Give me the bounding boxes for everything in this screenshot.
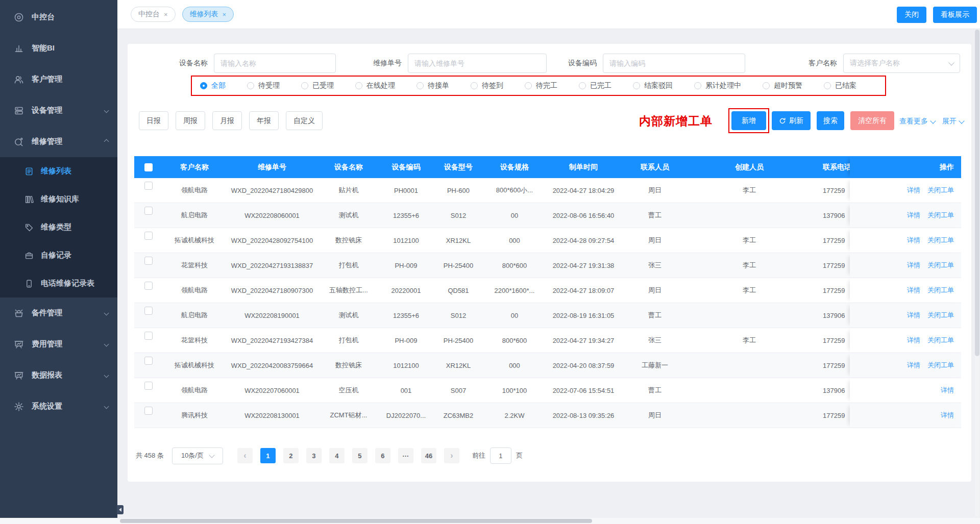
detail-link[interactable]: 详情 xyxy=(907,236,920,245)
status-radio-待签到[interactable]: 待签到 xyxy=(471,81,503,90)
sidebar-item-备件管理[interactable]: 备件管理 xyxy=(0,297,117,329)
row-checkbox[interactable] xyxy=(144,282,153,290)
add-button[interactable]: 新增 xyxy=(731,111,766,130)
horizontal-scrollbar-thumb[interactable] xyxy=(120,519,592,523)
status-radio-已受理[interactable]: 已受理 xyxy=(301,81,334,90)
detail-link[interactable]: 详情 xyxy=(907,336,920,345)
row-checkbox[interactable] xyxy=(144,307,153,315)
close-order-link[interactable]: 关闭工单 xyxy=(927,261,954,270)
close-order-link[interactable]: 关闭工单 xyxy=(927,211,954,220)
status-radio-结案驳回[interactable]: 结案驳回 xyxy=(633,81,673,90)
sidebar-subitem-自修记录[interactable]: 自修记录 xyxy=(0,241,117,269)
report-button-周报[interactable]: 周报 xyxy=(176,111,205,130)
close-tab-icon[interactable]: × xyxy=(164,11,168,18)
status-radio-待受理[interactable]: 待受理 xyxy=(247,81,280,90)
report-button-自定义[interactable]: 自定义 xyxy=(286,111,323,130)
status-radio-待完工[interactable]: 待完工 xyxy=(525,81,557,90)
row-checkbox[interactable] xyxy=(144,182,153,190)
row-checkbox[interactable] xyxy=(144,357,153,365)
row-checkbox[interactable] xyxy=(144,407,153,415)
sidebar-subitem-维修知识库[interactable]: 维修知识库 xyxy=(0,185,117,213)
close-order-link[interactable]: 关闭工单 xyxy=(927,236,954,245)
filter-group-客户名称: 客户名称请选择客户名称 xyxy=(808,54,960,73)
refresh-button[interactable]: 刷新 xyxy=(772,111,811,130)
detail-link[interactable]: 详情 xyxy=(941,386,954,395)
vertical-scrollbar-thumb[interactable] xyxy=(975,30,979,356)
sidebar-subitem-电话维修记录表[interactable]: 电话维修记录表 xyxy=(0,269,117,297)
detail-link[interactable]: 详情 xyxy=(907,261,920,270)
detail-link[interactable]: 详情 xyxy=(907,311,920,320)
search-button[interactable]: 搜索 xyxy=(817,111,844,130)
tab-维修列表[interactable]: 维修列表× xyxy=(182,7,234,22)
page-button-3[interactable]: 3 xyxy=(306,448,322,463)
sidebar-item-设备管理[interactable]: 设备管理 xyxy=(0,95,117,126)
detail-link[interactable]: 详情 xyxy=(941,411,954,420)
status-radio-累计处理中[interactable]: 累计处理中 xyxy=(694,81,741,90)
close-order-link[interactable]: 关闭工单 xyxy=(927,311,954,320)
sidebar-subitem-维修类型[interactable]: 维修类型 xyxy=(0,213,117,241)
close-order-link[interactable]: 关闭工单 xyxy=(927,186,954,195)
pagination: 共 458 条 10条/页 ‹ 123456···46 › 前往 页 xyxy=(136,446,523,465)
sidebar-item-维修管理[interactable]: 维修管理 xyxy=(0,126,117,157)
chevron-down-icon xyxy=(948,60,954,65)
status-radio-超时预警[interactable]: 超时预警 xyxy=(763,81,802,90)
detail-link[interactable]: 详情 xyxy=(907,361,920,370)
page-button-6[interactable]: 6 xyxy=(375,448,390,463)
status-radio-全部[interactable]: 全部 xyxy=(200,81,226,90)
sidebar-item-费用管理[interactable]: 费用管理 xyxy=(0,329,117,360)
close-tab-icon[interactable]: × xyxy=(223,11,227,18)
page-button-46[interactable]: 46 xyxy=(421,448,436,463)
page-size-select[interactable]: 10条/页 xyxy=(172,447,223,464)
row-checkbox-cell xyxy=(134,253,163,278)
expand-link[interactable]: 展开 xyxy=(942,117,964,126)
close-order-link[interactable]: 关闭工单 xyxy=(927,286,954,295)
sidebar-item-系统设置[interactable]: 系统设置 xyxy=(0,391,117,422)
detail-link[interactable]: 详情 xyxy=(907,211,920,220)
detail-link[interactable]: 详情 xyxy=(907,286,920,295)
view-more-link[interactable]: 查看更多 xyxy=(899,117,935,126)
report-button-月报[interactable]: 月报 xyxy=(212,111,242,130)
prev-page-button[interactable]: ‹ xyxy=(237,448,253,463)
row-checkbox[interactable] xyxy=(144,257,153,265)
status-radio-在线处理[interactable]: 在线处理 xyxy=(355,81,395,90)
select-all-checkbox[interactable] xyxy=(144,163,153,171)
close-order-link[interactable]: 关闭工单 xyxy=(927,361,954,370)
report-button-日报[interactable]: 日报 xyxy=(139,111,168,130)
column-header-客户名称: 客户名称 xyxy=(163,156,226,178)
row-checkbox[interactable] xyxy=(144,332,153,340)
sidebar-item-智能BI[interactable]: 智能BI xyxy=(0,33,117,64)
cell-created_time: 2022-04-20 08:37:59 xyxy=(545,353,622,378)
goto-page-input[interactable] xyxy=(490,447,511,464)
row-checkbox[interactable] xyxy=(144,232,153,240)
row-checkbox[interactable] xyxy=(144,207,153,215)
sidebar-item-中控台[interactable]: 中控台 xyxy=(0,2,117,33)
customer-name-select[interactable]: 请选择客户名称 xyxy=(843,54,960,73)
detail-link[interactable]: 详情 xyxy=(907,186,920,195)
filter-input-设备编码[interactable] xyxy=(603,54,745,73)
tab-中控台[interactable]: 中控台× xyxy=(131,7,176,22)
board-display-button[interactable]: 看板展示 xyxy=(933,7,977,23)
status-radio-待接单[interactable]: 待接单 xyxy=(416,81,449,90)
filter-input-维修单号[interactable] xyxy=(408,54,547,73)
status-radio-已结案[interactable]: 已结案 xyxy=(824,81,856,90)
sidebar-subitem-维修列表[interactable]: 维修列表 xyxy=(0,157,117,185)
radio-icon xyxy=(471,82,478,89)
sidebar-item-数据报表[interactable]: 数据报表 xyxy=(0,360,117,391)
column-header-操作: 操作 xyxy=(850,156,961,178)
next-page-button[interactable]: › xyxy=(444,448,459,463)
sidebar-collapse-handle-icon[interactable] xyxy=(117,505,124,514)
close-order-link[interactable]: 关闭工单 xyxy=(927,336,954,345)
filter-input-设备名称[interactable] xyxy=(214,54,336,73)
page-button-5[interactable]: 5 xyxy=(352,448,368,463)
page-button-2[interactable]: 2 xyxy=(283,448,299,463)
page-button-4[interactable]: 4 xyxy=(329,448,345,463)
status-radio-已完工[interactable]: 已完工 xyxy=(579,81,611,90)
row-checkbox[interactable] xyxy=(144,382,153,390)
close-button[interactable]: 关闭 xyxy=(897,7,926,23)
more-pages-button[interactable]: ··· xyxy=(398,448,413,463)
cell-device_model: PH-600 xyxy=(433,178,484,203)
page-button-1[interactable]: 1 xyxy=(260,448,276,463)
sidebar-item-客户管理[interactable]: 客户管理 xyxy=(0,64,117,95)
report-button-年报[interactable]: 年报 xyxy=(249,111,279,130)
clear-all-button[interactable]: 清空所有 xyxy=(850,111,894,130)
